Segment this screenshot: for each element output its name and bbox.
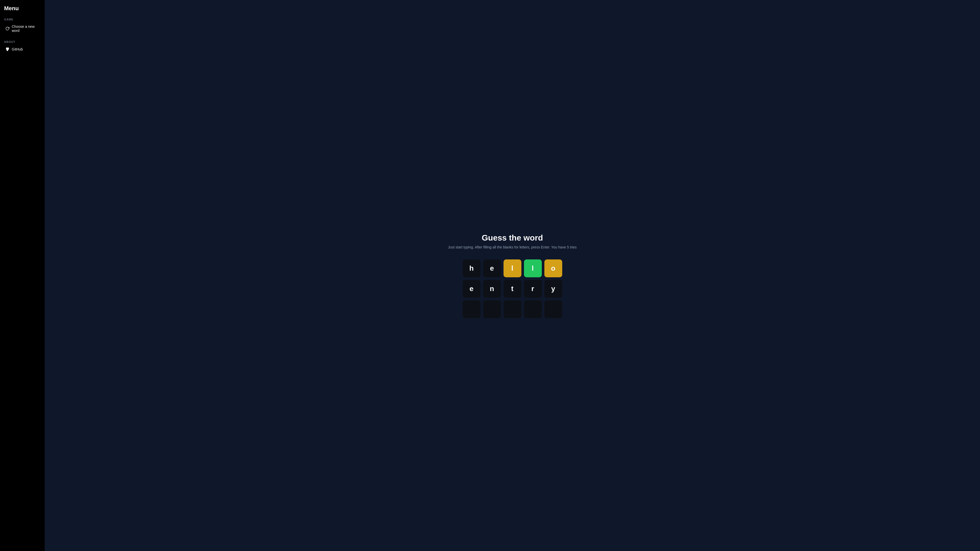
sidebar-item-github[interactable]: GitHub [4, 45, 41, 53]
game-subtitle: Just start typing. After filling all the… [448, 245, 576, 249]
sidebar: Menu GAME Choose a new word ABOUT GitHub [0, 0, 45, 551]
tile-0-4: o [544, 259, 562, 277]
tile-2-2 [504, 300, 522, 318]
tile-2-1 [483, 300, 501, 318]
main-content: Guess the word Just start typing. After … [45, 0, 980, 551]
sidebar-section-game: GAME Choose a new word [4, 18, 41, 35]
tile-1-0: e [463, 280, 480, 298]
sidebar-section-about-label: ABOUT [4, 40, 41, 43]
grid-row-1: e n t r y [463, 280, 562, 298]
tile-2-0 [463, 300, 480, 318]
tile-1-2: t [504, 280, 522, 298]
sidebar-title: Menu [4, 5, 41, 12]
tile-0-0: h [463, 259, 480, 277]
game-grid: h e l l o e n t r y [463, 259, 562, 318]
sidebar-item-github-label: GitHub [12, 47, 23, 51]
sidebar-item-choose-new-word-label: Choose a new word [12, 24, 40, 33]
tile-1-1: n [483, 280, 501, 298]
tile-1-3: r [524, 280, 542, 298]
grid-row-0: h e l l o [463, 259, 562, 277]
tile-0-3: l [524, 259, 542, 277]
tile-2-4 [544, 300, 562, 318]
tile-1-4: y [544, 280, 562, 298]
sidebar-item-choose-new-word[interactable]: Choose a new word [4, 23, 41, 34]
github-icon [5, 47, 10, 52]
grid-row-2 [463, 300, 562, 318]
refresh-icon [5, 26, 10, 31]
tile-0-2: l [504, 259, 522, 277]
game-title: Guess the word [482, 233, 543, 243]
sidebar-section-about: ABOUT GitHub [4, 40, 41, 54]
tile-0-1: e [483, 259, 501, 277]
sidebar-section-game-label: GAME [4, 18, 41, 21]
tile-2-3 [524, 300, 542, 318]
